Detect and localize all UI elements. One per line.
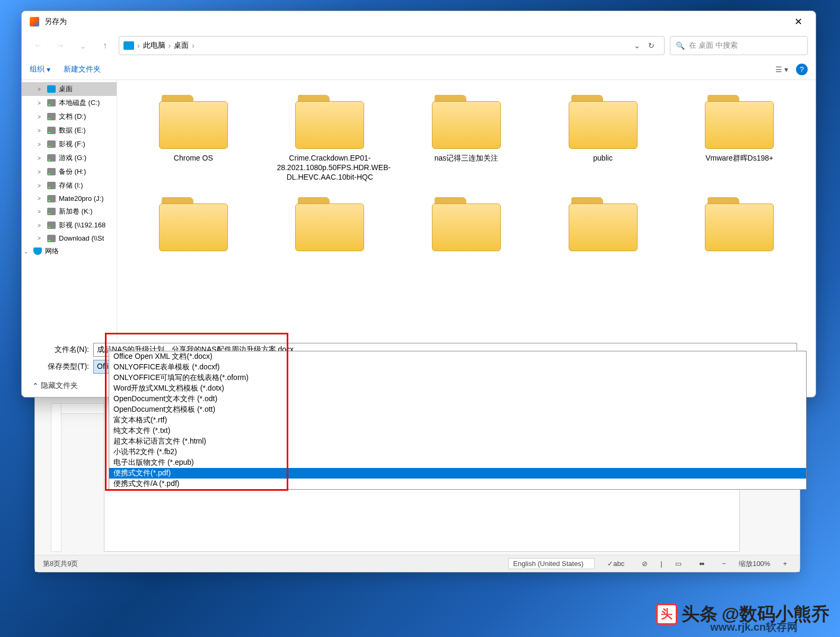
filetype-option[interactable]: OpenDocument文本文件 (*.odt) — [109, 394, 806, 404]
folder-item[interactable] — [264, 193, 396, 255]
tree-item-network[interactable]: ⌄网络 — [22, 244, 117, 258]
folder-icon — [702, 193, 776, 251]
tree-item[interactable]: >数据 (E:) — [22, 123, 117, 137]
folder-item[interactable]: public — [537, 91, 669, 182]
filetype-option[interactable]: Office Open XML 文档(*.docx) — [109, 351, 806, 362]
close-button[interactable]: ✕ — [789, 13, 808, 30]
tree-item[interactable]: >Mate20pro (J:) — [22, 192, 117, 205]
recent-chevron[interactable]: ⌄ — [74, 37, 91, 54]
chevron-right-icon: > — [38, 196, 44, 201]
tree-item[interactable]: >存储 (I:) — [22, 179, 117, 192]
folder-item[interactable] — [128, 193, 259, 255]
tree-label: 备份 (H:) — [59, 167, 86, 176]
hide-folders-toggle[interactable]: ⌃ 隐藏文件夹 — [32, 381, 78, 391]
language-select[interactable]: English (United States) — [508, 558, 595, 569]
chevron-up-icon: ⌃ — [32, 382, 39, 390]
filetype-option[interactable]: ONLYOFFICE可填写的在线表格(*.oform) — [109, 373, 806, 383]
folder-icon — [429, 91, 503, 149]
view-mode-button[interactable]: ☰ ▾ — [775, 65, 788, 74]
folder-item[interactable]: Crime.Crackdown.EP01-28.2021.1080p.50FPS… — [264, 91, 396, 182]
dialog-title: 另存为 — [45, 17, 67, 26]
spellcheck-icon[interactable]: ✓abc — [603, 558, 629, 570]
folder-label: Crime.Crackdown.EP01-28.2021.1080p.50FPS… — [277, 153, 383, 182]
network-icon — [33, 247, 42, 255]
tree-label: 桌面 — [59, 84, 73, 94]
drive-icon — [47, 154, 56, 162]
chevron-right-icon: > — [38, 100, 44, 106]
breadcrumb-item[interactable]: 此电脑 — [143, 41, 165, 50]
tracking-icon[interactable]: ⊘ — [637, 558, 652, 570]
tree-item[interactable]: >Download (\\St — [22, 232, 117, 244]
breadcrumb-item[interactable]: 桌面 — [174, 41, 189, 50]
filetype-option[interactable]: 小说书2文件 (*.fb2) — [109, 447, 806, 457]
forward-button[interactable]: → — [52, 37, 69, 54]
folder-item[interactable]: Vmware群晖Ds198+ — [674, 91, 805, 182]
folder-item[interactable] — [401, 193, 532, 255]
fit-width-icon[interactable]: ⬌ — [694, 558, 710, 570]
folder-label: nas记得三连加关注 — [435, 153, 499, 163]
drive-icon — [47, 99, 56, 107]
tree-item[interactable]: >影视 (F:) — [22, 137, 117, 151]
organize-menu[interactable]: 组织 ▾ — [30, 65, 50, 74]
tree-item[interactable]: >游戏 (G:) — [22, 151, 117, 165]
chevron-right-icon: > — [38, 128, 44, 134]
filetype-option[interactable]: OpenDocument文档模板 (*.ott) — [109, 404, 806, 415]
app-icon — [30, 17, 39, 26]
desktop-icon — [47, 85, 56, 93]
tree-label: 影视 (F:) — [59, 139, 85, 149]
filetype-option[interactable]: 超文本标记语言文件 (*.html) — [109, 436, 806, 447]
tree-item[interactable]: >本地磁盘 (C:) — [22, 96, 117, 110]
folder-icon — [156, 91, 231, 149]
up-button[interactable]: ↑ — [96, 37, 113, 54]
fit-page-icon[interactable]: ▭ — [670, 558, 686, 570]
tree-label: 新加卷 (K:) — [59, 207, 93, 216]
watermark-url: www.rjk.cn软存网 — [710, 620, 798, 634]
filetype-option[interactable]: 纯文本文件 (*.txt) — [109, 426, 806, 436]
filetype-dropdown[interactable]: Office Open XML 文档(*.docx)ONLYOFFICE表单模板… — [109, 351, 807, 490]
breadcrumb[interactable]: › 此电脑 › 桌面 › ⌄ ↻ — [119, 36, 665, 55]
tree-item[interactable]: >备份 (H:) — [22, 165, 117, 179]
drive-icon — [47, 235, 56, 242]
drive-icon — [47, 222, 56, 229]
chevron-right-icon: > — [38, 235, 44, 241]
filetype-option[interactable]: 富文本格式(*.rtf) — [109, 415, 806, 426]
chevron-down-icon[interactable]: ⌄ — [634, 41, 640, 50]
filetype-option[interactable]: 便携式文件/A (*.pdf) — [109, 479, 806, 489]
folder-item[interactable] — [674, 193, 805, 255]
zoom-in-button[interactable]: + — [778, 558, 792, 570]
filename-label: 文件名(N): — [30, 345, 93, 355]
folder-icon — [702, 91, 776, 149]
zoom-level[interactable]: 缩放100% — [739, 559, 770, 569]
folder-item[interactable]: Chrome OS — [128, 91, 259, 182]
page-indicator[interactable]: 第8页共9页 — [43, 559, 78, 569]
toolbar: 组织 ▾ 新建文件夹 ☰ ▾ ? — [22, 59, 816, 80]
help-button[interactable]: ? — [796, 64, 808, 75]
back-button[interactable]: ← — [30, 37, 47, 54]
tree-label: 影视 (\\192.168 — [59, 220, 105, 230]
chevron-down-icon: ▾ — [47, 65, 50, 74]
folder-icon — [566, 91, 640, 149]
zoom-out-button[interactable]: − — [718, 558, 731, 570]
file-grid: Chrome OSCrime.Crackdown.EP01-28.2021.10… — [117, 80, 816, 339]
folder-item[interactable]: nas记得三连加关注 — [401, 91, 532, 182]
refresh-button[interactable]: ↻ — [648, 41, 655, 50]
new-folder-button[interactable]: 新建文件夹 — [64, 65, 101, 74]
filetype-option[interactable]: 电子出版物文件 (*.epub) — [109, 457, 806, 468]
folder-icon — [293, 91, 367, 149]
drive-icon — [47, 195, 56, 202]
chevron-right-icon: > — [38, 209, 44, 215]
filetype-option[interactable]: 便携式文件(*.pdf) — [109, 468, 806, 479]
tree-item[interactable]: >桌面 — [22, 82, 117, 96]
folder-item[interactable] — [537, 193, 669, 255]
folder-icon — [293, 193, 367, 251]
tree-item[interactable]: >新加卷 (K:) — [22, 205, 117, 218]
tree-item[interactable]: >影视 (\\192.168 — [22, 218, 117, 232]
chevron-right-icon: > — [38, 169, 44, 175]
search-icon: 🔍 — [676, 41, 685, 50]
folder-icon — [429, 193, 503, 251]
tree-item[interactable]: >文档 (D:) — [22, 110, 117, 123]
filetype-option[interactable]: Word开放式XML文档模板 (*.dotx) — [109, 383, 806, 394]
chevron-right-icon: > — [38, 114, 44, 120]
search-input[interactable]: 🔍 在 桌面 中搜索 — [670, 36, 808, 55]
filetype-option[interactable]: ONLYOFFICE表单模板 (*.docxf) — [109, 362, 806, 373]
